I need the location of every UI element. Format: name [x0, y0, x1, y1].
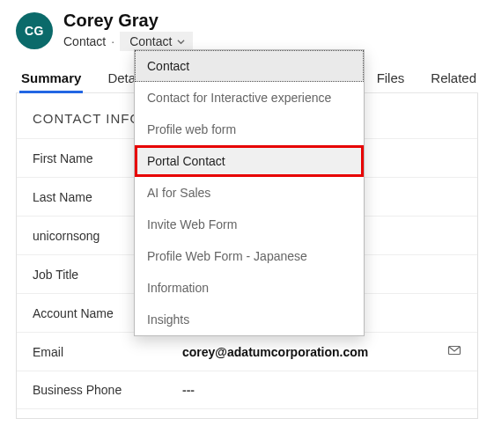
record-header: CG Corey Gray Contact · Contact: [16, 11, 478, 51]
field-label: Email: [33, 345, 182, 359]
phone-value: ---: [182, 383, 461, 397]
compose-email-button[interactable]: [447, 343, 461, 360]
menu-item-invite-web-form[interactable]: Invite Web Form: [135, 209, 364, 240]
menu-item-insights[interactable]: Insights: [135, 304, 364, 335]
tab-summary[interactable]: Summary: [19, 70, 83, 92]
field-business-phone[interactable]: Business Phone ---: [17, 371, 477, 409]
tab-files[interactable]: Files: [375, 70, 407, 92]
page-title: Corey Gray: [63, 11, 478, 30]
avatar: CG: [16, 12, 53, 49]
separator-dot: ·: [111, 34, 114, 48]
form-switcher-menu[interactable]: Contact Contact for Interactive experien…: [134, 49, 365, 336]
menu-item-portal-contact[interactable]: Portal Contact: [135, 145, 364, 177]
chevron-down-icon: [177, 38, 185, 46]
entity-label: Contact: [63, 34, 106, 48]
tab-related[interactable]: Related: [429, 70, 478, 92]
menu-item-ai-for-sales[interactable]: AI for Sales: [135, 177, 364, 209]
menu-item-contact[interactable]: Contact: [135, 50, 364, 82]
email-value: corey@adatumcorporation.com: [182, 345, 447, 359]
form-switcher-button[interactable]: Contact: [120, 32, 193, 51]
menu-item-profile-web-form-jp[interactable]: Profile Web Form - Japanese: [135, 240, 364, 272]
field-email[interactable]: Email corey@adatumcorporation.com: [17, 332, 477, 371]
menu-item-profile-web-form[interactable]: Profile web form: [135, 114, 364, 145]
field-label: Business Phone: [33, 383, 182, 397]
menu-item-contact-interactive[interactable]: Contact for Interactive experience: [135, 82, 364, 114]
menu-item-information[interactable]: Information: [135, 272, 364, 304]
avatar-initials: CG: [25, 24, 44, 38]
form-switcher-label: Contact: [129, 34, 172, 48]
